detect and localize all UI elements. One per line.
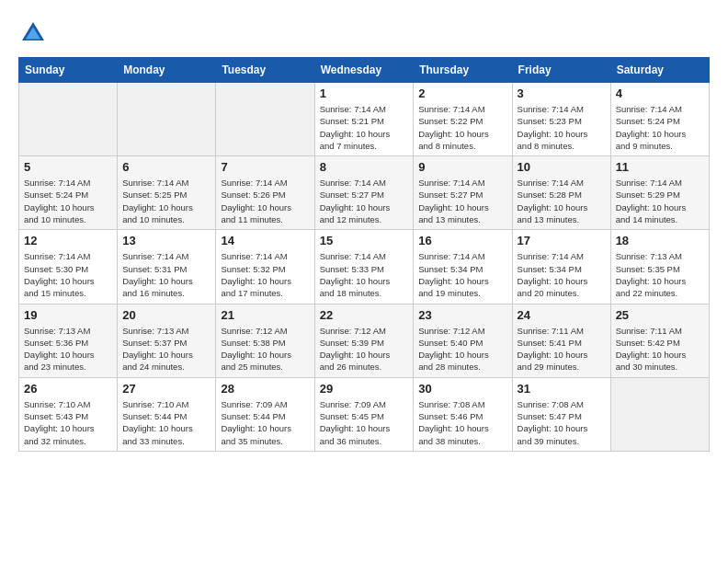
- day-number: 22: [320, 308, 409, 322]
- calendar-cell: 22Sunrise: 7:12 AM Sunset: 5:39 PM Dayli…: [314, 304, 414, 377]
- day-number: 6: [122, 160, 210, 174]
- day-info: Sunrise: 7:14 AM Sunset: 5:28 PM Dayligh…: [518, 177, 606, 225]
- calendar-cell: 8Sunrise: 7:14 AM Sunset: 5:27 PM Daylig…: [314, 156, 414, 230]
- day-info: Sunrise: 7:11 AM Sunset: 5:41 PM Dayligh…: [518, 325, 606, 373]
- day-info: Sunrise: 7:14 AM Sunset: 5:33 PM Dayligh…: [320, 250, 409, 299]
- day-number: 28: [221, 382, 309, 396]
- calendar-cell: 2Sunrise: 7:14 AM Sunset: 5:22 PM Daylig…: [414, 83, 512, 156]
- calendar-cell: 7Sunrise: 7:14 AM Sunset: 5:26 PM Daylig…: [216, 156, 314, 230]
- day-info: Sunrise: 7:14 AM Sunset: 5:27 PM Dayligh…: [418, 177, 506, 225]
- day-number: 31: [518, 382, 606, 396]
- calendar-header-row: SundayMondayTuesdayWednesdayThursdayFrid…: [19, 58, 710, 83]
- day-number: 18: [616, 234, 704, 247]
- day-number: 29: [320, 382, 409, 396]
- day-number: 21: [221, 308, 309, 322]
- day-number: 30: [418, 382, 506, 396]
- day-number: 4: [616, 86, 704, 100]
- day-number: 20: [122, 308, 210, 322]
- calendar-cell: 30Sunrise: 7:08 AM Sunset: 5:46 PM Dayli…: [414, 377, 512, 451]
- calendar-cell: [118, 83, 216, 156]
- day-info: Sunrise: 7:10 AM Sunset: 5:43 PM Dayligh…: [24, 398, 112, 447]
- calendar-cell: [19, 83, 118, 156]
- calendar-cell: 15Sunrise: 7:14 AM Sunset: 5:33 PM Dayli…: [314, 230, 414, 304]
- calendar-week-row: 19Sunrise: 7:13 AM Sunset: 5:36 PM Dayli…: [19, 304, 710, 377]
- logo: [18, 18, 51, 48]
- calendar-cell: 14Sunrise: 7:14 AM Sunset: 5:32 PM Dayli…: [216, 230, 314, 304]
- weekday-header: Monday: [118, 58, 216, 83]
- day-number: 11: [616, 160, 704, 174]
- day-info: Sunrise: 7:14 AM Sunset: 5:34 PM Dayligh…: [518, 250, 606, 299]
- day-info: Sunrise: 7:14 AM Sunset: 5:22 PM Dayligh…: [418, 103, 506, 152]
- day-info: Sunrise: 7:14 AM Sunset: 5:26 PM Dayligh…: [221, 177, 309, 225]
- calendar-week-row: 1Sunrise: 7:14 AM Sunset: 5:21 PM Daylig…: [19, 83, 710, 156]
- calendar-cell: 9Sunrise: 7:14 AM Sunset: 5:27 PM Daylig…: [414, 156, 512, 230]
- weekday-header: Friday: [512, 58, 610, 83]
- calendar-cell: 6Sunrise: 7:14 AM Sunset: 5:25 PM Daylig…: [118, 156, 216, 230]
- day-number: 24: [518, 308, 606, 322]
- calendar-cell: 20Sunrise: 7:13 AM Sunset: 5:37 PM Dayli…: [118, 304, 216, 377]
- weekday-header: Wednesday: [314, 58, 414, 83]
- day-info: Sunrise: 7:13 AM Sunset: 5:35 PM Dayligh…: [616, 250, 704, 299]
- calendar-cell: 21Sunrise: 7:12 AM Sunset: 5:38 PM Dayli…: [216, 304, 314, 377]
- day-info: Sunrise: 7:12 AM Sunset: 5:40 PM Dayligh…: [418, 325, 506, 373]
- page-header: [18, 18, 710, 48]
- day-info: Sunrise: 7:14 AM Sunset: 5:31 PM Dayligh…: [122, 250, 210, 299]
- day-info: Sunrise: 7:12 AM Sunset: 5:39 PM Dayligh…: [320, 325, 409, 373]
- day-number: 5: [24, 160, 112, 174]
- day-info: Sunrise: 7:13 AM Sunset: 5:37 PM Dayligh…: [122, 325, 210, 373]
- calendar-cell: 11Sunrise: 7:14 AM Sunset: 5:29 PM Dayli…: [610, 156, 709, 230]
- day-number: 19: [24, 308, 112, 322]
- calendar-cell: 3Sunrise: 7:14 AM Sunset: 5:23 PM Daylig…: [512, 83, 610, 156]
- day-info: Sunrise: 7:14 AM Sunset: 5:32 PM Dayligh…: [221, 250, 309, 299]
- day-number: 17: [518, 234, 606, 247]
- calendar-cell: 24Sunrise: 7:11 AM Sunset: 5:41 PM Dayli…: [512, 304, 610, 377]
- day-info: Sunrise: 7:14 AM Sunset: 5:27 PM Dayligh…: [320, 177, 409, 225]
- day-info: Sunrise: 7:09 AM Sunset: 5:45 PM Dayligh…: [320, 398, 409, 447]
- weekday-header: Thursday: [414, 58, 512, 83]
- calendar-cell: 18Sunrise: 7:13 AM Sunset: 5:35 PM Dayli…: [610, 230, 709, 304]
- calendar-week-row: 26Sunrise: 7:10 AM Sunset: 5:43 PM Dayli…: [19, 377, 710, 451]
- day-number: 23: [418, 308, 506, 322]
- calendar-cell: 26Sunrise: 7:10 AM Sunset: 5:43 PM Dayli…: [19, 377, 118, 451]
- day-info: Sunrise: 7:12 AM Sunset: 5:38 PM Dayligh…: [221, 325, 309, 373]
- day-number: 10: [518, 160, 606, 174]
- day-number: 13: [122, 234, 210, 247]
- day-info: Sunrise: 7:14 AM Sunset: 5:34 PM Dayligh…: [418, 250, 506, 299]
- weekday-header: Sunday: [19, 58, 118, 83]
- calendar-cell: 4Sunrise: 7:14 AM Sunset: 5:24 PM Daylig…: [610, 83, 709, 156]
- day-info: Sunrise: 7:14 AM Sunset: 5:29 PM Dayligh…: [616, 177, 704, 225]
- day-info: Sunrise: 7:14 AM Sunset: 5:21 PM Dayligh…: [320, 103, 409, 152]
- calendar-week-row: 12Sunrise: 7:14 AM Sunset: 5:30 PM Dayli…: [19, 230, 710, 304]
- day-number: 16: [418, 234, 506, 247]
- calendar-cell: [216, 83, 314, 156]
- logo-icon: [18, 18, 48, 48]
- day-info: Sunrise: 7:14 AM Sunset: 5:24 PM Dayligh…: [24, 177, 112, 225]
- day-info: Sunrise: 7:14 AM Sunset: 5:24 PM Dayligh…: [616, 103, 704, 152]
- day-info: Sunrise: 7:08 AM Sunset: 5:46 PM Dayligh…: [418, 398, 506, 447]
- calendar-cell: 29Sunrise: 7:09 AM Sunset: 5:45 PM Dayli…: [314, 377, 414, 451]
- calendar-cell: 28Sunrise: 7:09 AM Sunset: 5:44 PM Dayli…: [216, 377, 314, 451]
- calendar-cell: 12Sunrise: 7:14 AM Sunset: 5:30 PM Dayli…: [19, 230, 118, 304]
- calendar-cell: 25Sunrise: 7:11 AM Sunset: 5:42 PM Dayli…: [610, 304, 709, 377]
- calendar-cell: 10Sunrise: 7:14 AM Sunset: 5:28 PM Dayli…: [512, 156, 610, 230]
- day-info: Sunrise: 7:11 AM Sunset: 5:42 PM Dayligh…: [616, 325, 704, 373]
- day-number: 27: [122, 382, 210, 396]
- day-number: 1: [320, 86, 409, 100]
- day-info: Sunrise: 7:08 AM Sunset: 5:47 PM Dayligh…: [518, 398, 606, 447]
- calendar-cell: 1Sunrise: 7:14 AM Sunset: 5:21 PM Daylig…: [314, 83, 414, 156]
- day-info: Sunrise: 7:13 AM Sunset: 5:36 PM Dayligh…: [24, 325, 112, 373]
- calendar-cell: 27Sunrise: 7:10 AM Sunset: 5:44 PM Dayli…: [118, 377, 216, 451]
- calendar-table: SundayMondayTuesdayWednesdayThursdayFrid…: [18, 57, 710, 452]
- day-info: Sunrise: 7:14 AM Sunset: 5:30 PM Dayligh…: [24, 250, 112, 299]
- day-info: Sunrise: 7:14 AM Sunset: 5:25 PM Dayligh…: [122, 177, 210, 225]
- day-info: Sunrise: 7:14 AM Sunset: 5:23 PM Dayligh…: [518, 103, 606, 152]
- day-number: 3: [518, 86, 606, 100]
- calendar-cell: 23Sunrise: 7:12 AM Sunset: 5:40 PM Dayli…: [414, 304, 512, 377]
- day-info: Sunrise: 7:09 AM Sunset: 5:44 PM Dayligh…: [221, 398, 309, 447]
- day-number: 7: [221, 160, 309, 174]
- day-number: 15: [320, 234, 409, 247]
- day-number: 14: [221, 234, 309, 247]
- calendar-cell: 17Sunrise: 7:14 AM Sunset: 5:34 PM Dayli…: [512, 230, 610, 304]
- calendar-cell: 5Sunrise: 7:14 AM Sunset: 5:24 PM Daylig…: [19, 156, 118, 230]
- weekday-header: Tuesday: [216, 58, 314, 83]
